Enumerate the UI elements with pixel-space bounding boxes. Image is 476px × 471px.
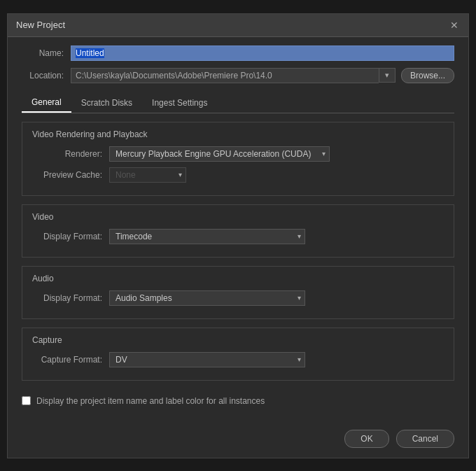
close-button[interactable]: ✕: [449, 20, 460, 31]
browse-button[interactable]: Browse...: [401, 68, 454, 83]
preview-cache-select[interactable]: None: [109, 167, 186, 183]
location-input[interactable]: [71, 68, 379, 83]
video-display-format-row: Display Format: Timecode Feet + Frames F…: [32, 229, 444, 244]
dialog-title: New Project: [16, 20, 65, 30]
video-display-format-label: Display Format:: [32, 232, 109, 241]
tab-general[interactable]: General: [22, 93, 71, 113]
dialog-footer: OK Cancel: [8, 420, 468, 458]
location-row: Location: ▾ Browse...: [22, 68, 454, 83]
checkbox-row: Display the project item name and label …: [22, 391, 454, 412]
video-rendering-title: Video Rendering and Playback: [32, 129, 444, 139]
audio-section: Audio Display Format: Audio Samples Mill…: [22, 266, 454, 319]
renderer-row: Renderer: Mercury Playback Engine GPU Ac…: [32, 146, 444, 162]
location-label: Location:: [22, 71, 71, 80]
tab-scratch-disks[interactable]: Scratch Disks: [71, 93, 142, 113]
capture-format-label: Capture Format:: [32, 355, 109, 365]
dialog-body: Name: Location: ▾ Browse... General Scra…: [8, 37, 468, 420]
video-section-title: Video: [32, 212, 444, 222]
capture-format-row: Capture Format: DV HDV ▾: [32, 352, 444, 367]
title-bar: New Project ✕: [8, 14, 468, 37]
video-rendering-section: Video Rendering and Playback Renderer: M…: [22, 122, 454, 196]
audio-display-format-label: Display Format:: [32, 293, 109, 303]
new-project-dialog: New Project ✕ Name: Location: ▾ Browse..…: [7, 13, 469, 458]
audio-display-format-row: Display Format: Audio Samples Millisecon…: [32, 290, 444, 306]
ok-button[interactable]: OK: [344, 430, 388, 448]
tab-ingest-settings[interactable]: Ingest Settings: [142, 93, 217, 113]
capture-section-title: Capture: [32, 335, 444, 345]
location-input-wrapper: ▾: [71, 68, 396, 83]
tabs-bar: General Scratch Disks Ingest Settings: [22, 93, 454, 113]
capture-section: Capture Capture Format: DV HDV ▾: [22, 328, 454, 381]
video-display-format-select-wrapper: Timecode Feet + Frames Frames Samples ▾: [109, 229, 305, 244]
audio-display-format-select[interactable]: Audio Samples Milliseconds: [109, 290, 305, 306]
preview-cache-row: Preview Cache: None ▾: [32, 167, 444, 183]
video-section: Video Display Format: Timecode Feet + Fr…: [22, 204, 454, 258]
project-item-checkbox[interactable]: [22, 396, 31, 405]
preview-cache-label: Preview Cache:: [32, 170, 109, 180]
renderer-select[interactable]: Mercury Playback Engine GPU Acceleration…: [109, 146, 330, 162]
location-dropdown-button[interactable]: ▾: [379, 68, 396, 83]
capture-format-select[interactable]: DV HDV: [109, 352, 305, 367]
name-input[interactable]: [71, 45, 454, 61]
preview-cache-select-wrapper: None ▾: [109, 167, 186, 183]
audio-section-title: Audio: [32, 274, 444, 283]
renderer-label: Renderer:: [32, 149, 109, 159]
video-display-format-select[interactable]: Timecode Feet + Frames Frames Samples: [109, 229, 305, 244]
name-label: Name:: [22, 48, 71, 58]
capture-format-select-wrapper: DV HDV ▾: [109, 352, 305, 367]
audio-display-format-select-wrapper: Audio Samples Milliseconds ▾: [109, 290, 305, 306]
renderer-select-wrapper: Mercury Playback Engine GPU Acceleration…: [109, 146, 330, 162]
name-row: Name:: [22, 45, 454, 61]
cancel-button[interactable]: Cancel: [396, 430, 454, 448]
checkbox-label: Display the project item name and label …: [36, 396, 265, 406]
